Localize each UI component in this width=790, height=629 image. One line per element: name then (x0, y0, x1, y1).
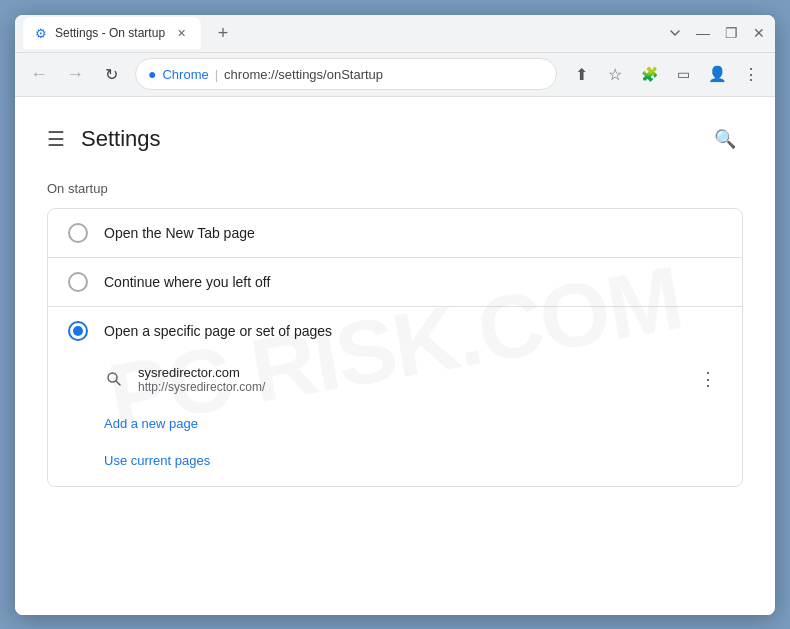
browser-window: ⚙ Settings - On startup ✕ + — ❐ ✕ ← → ↻ (15, 15, 775, 615)
reload-button[interactable]: ↻ (95, 58, 127, 90)
profile-button[interactable]: 👤 (701, 58, 733, 90)
settings-search-button[interactable]: 🔍 (707, 121, 743, 157)
profile-icon: 👤 (708, 65, 727, 83)
back-button[interactable]: ← (23, 58, 55, 90)
minimize-button[interactable]: — (695, 25, 711, 41)
site-favicon: ● (148, 66, 156, 82)
chrome-label: Chrome (162, 67, 208, 82)
add-new-page-link[interactable]: Add a new page (104, 412, 198, 435)
radio-new-tab[interactable] (68, 223, 88, 243)
reload-icon: ↻ (105, 65, 118, 84)
active-tab[interactable]: ⚙ Settings - On startup ✕ (23, 17, 201, 49)
forward-icon: → (66, 64, 84, 85)
more-dots-icon: ⋮ (699, 368, 717, 390)
forward-button[interactable]: → (59, 58, 91, 90)
sidebar-icon: ▭ (677, 66, 690, 82)
settings-title-row: ☰ Settings (47, 126, 161, 152)
section-label: On startup (47, 181, 743, 196)
tab-close-button[interactable]: ✕ (173, 25, 189, 41)
star-icon: ☆ (608, 65, 622, 84)
startup-page-item: sysredirector.com http://sysredirector.c… (48, 355, 742, 404)
new-tab-button[interactable]: + (209, 19, 237, 47)
new-tab-icon: + (218, 23, 229, 44)
vertical-dots-icon: ⋮ (743, 65, 759, 84)
startup-page-url: http://sysredirector.com/ (138, 380, 680, 394)
extensions-button[interactable]: 🧩 (633, 58, 665, 90)
use-current-pages-link[interactable]: Use current pages (104, 449, 210, 472)
option-continue[interactable]: Continue where you left off (48, 258, 742, 306)
share-button[interactable]: ⬆ (565, 58, 597, 90)
address-separator: | (215, 67, 218, 82)
startup-page-name: sysredirector.com (138, 365, 680, 380)
svg-line-1 (116, 381, 120, 385)
tab-favicon: ⚙ (35, 26, 47, 41)
startup-page-info: sysredirector.com http://sysredirector.c… (138, 365, 680, 394)
page-content: ☰ Settings 🔍 On startup PC RISK.COM Op (15, 97, 775, 615)
share-icon: ⬆ (575, 65, 588, 84)
option-new-tab[interactable]: Open the New Tab page (48, 209, 742, 257)
hamburger-menu-icon[interactable]: ☰ (47, 127, 65, 151)
startup-options-card: PC RISK.COM Open the New Tab page Contin… (47, 208, 743, 487)
chevron-down-icon (669, 27, 681, 39)
titlebar: ⚙ Settings - On startup ✕ + — ❐ ✕ (15, 15, 775, 53)
bookmark-button[interactable]: ☆ (599, 58, 631, 90)
address-bar[interactable]: ● Chrome | chrome://settings/onStartup (135, 58, 557, 90)
option-specific[interactable]: Open a specific page or set of pages (48, 307, 742, 355)
page-title: Settings (81, 126, 161, 152)
search-icon: 🔍 (714, 128, 736, 150)
tab-title: Settings - On startup (55, 26, 165, 40)
option-continue-label: Continue where you left off (104, 274, 270, 290)
option-new-tab-label: Open the New Tab page (104, 225, 255, 241)
nav-right-icons: ⬆ ☆ 🧩 ▭ 👤 ⋮ (565, 58, 767, 90)
startup-page-search-icon (104, 369, 124, 389)
use-current-pages-row: Use current pages (48, 443, 742, 486)
option-specific-label: Open a specific page or set of pages (104, 323, 332, 339)
radio-continue[interactable] (68, 272, 88, 292)
tab-strip: ⚙ Settings - On startup ✕ + (23, 17, 237, 49)
chrome-menu-button[interactable]: ⋮ (735, 58, 767, 90)
puzzle-icon: 🧩 (641, 66, 658, 82)
settings-header: ☰ Settings 🔍 (47, 121, 743, 157)
window-controls: — ❐ ✕ (667, 25, 767, 41)
tab-search-button[interactable] (667, 25, 683, 41)
startup-page-more-button[interactable]: ⋮ (694, 365, 722, 393)
add-new-page-row: Add a new page (48, 404, 742, 443)
restore-button[interactable]: ❐ (723, 25, 739, 41)
settings-main: ☰ Settings 🔍 On startup PC RISK.COM Op (15, 97, 775, 615)
back-icon: ← (30, 64, 48, 85)
navbar: ← → ↻ ● Chrome | chrome://settings/onSta… (15, 53, 775, 97)
search-icon (106, 371, 122, 387)
sidebar-button[interactable]: ▭ (667, 58, 699, 90)
close-button[interactable]: ✕ (751, 25, 767, 41)
address-url: chrome://settings/onStartup (224, 67, 383, 82)
radio-specific[interactable] (68, 321, 88, 341)
